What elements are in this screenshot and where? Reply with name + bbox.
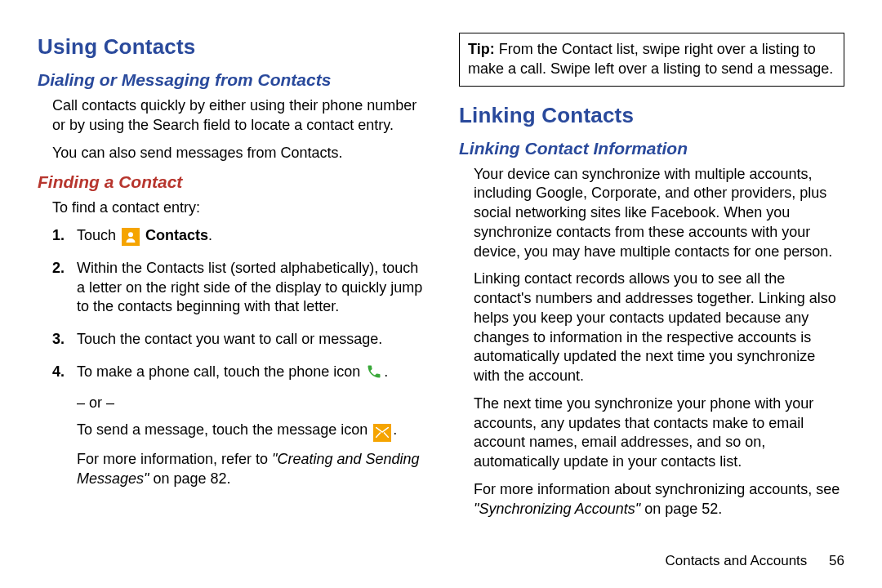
tip-box: Tip: From the Contact list, swipe right … xyxy=(459,33,844,87)
step-1-text-b: Contacts xyxy=(141,227,208,243)
step-1-text-a: Touch xyxy=(77,227,120,243)
contacts-icon xyxy=(122,228,140,246)
step-2-text: Within the Contacts list (sorted alphabe… xyxy=(77,260,422,315)
para-sync-accounts: Your device can synchronize with multipl… xyxy=(474,165,844,262)
step-number: 1. xyxy=(52,226,65,246)
step-4-text-b: . xyxy=(384,363,388,380)
step-4-or: – or – xyxy=(77,394,423,413)
subheading-linking-info: Linking Contact Information xyxy=(459,137,844,160)
tip-body: From the Contact list, swipe right over … xyxy=(468,41,833,77)
para-to-find: To find a contact entry: xyxy=(52,198,423,218)
subheading-finding-contact: Finding a Contact xyxy=(38,171,423,194)
subheading-dialing-messaging: Dialing or Messaging from Contacts xyxy=(38,69,423,91)
heading-using-contacts: Using Contacts xyxy=(38,33,423,60)
tip-label: Tip: xyxy=(468,41,495,57)
right-column: Tip: From the Contact list, swipe right … xyxy=(459,33,844,527)
svg-point-0 xyxy=(128,232,133,237)
step-2: 2. Within the Contacts list (sorted alph… xyxy=(52,259,423,317)
footer-section: Contacts and Accounts xyxy=(665,553,807,568)
step-4: 4. To make a phone call, touch the phone… xyxy=(52,363,423,489)
para-next-sync: The next time you synchronize your phone… xyxy=(474,394,844,472)
left-column: Using Contacts Dialing or Messaging from… xyxy=(38,33,423,527)
more-info-b: "Synchronizing Accounts" xyxy=(474,501,640,517)
heading-linking-contacts: Linking Contacts xyxy=(459,101,844,129)
page-footer: Contacts and Accounts 56 xyxy=(665,552,844,570)
step-4-ref-a: For more information, refer to xyxy=(77,451,272,467)
step-3: 3. Touch the contact you want to call or… xyxy=(52,330,423,350)
para-send-messages: You can also send messages from Contacts… xyxy=(52,144,423,163)
para-call-quickly: Call contacts quickly by either using th… xyxy=(52,96,423,136)
step-4-text-a: To make a phone call, touch the phone ic… xyxy=(77,363,364,380)
step-1-text-c: . xyxy=(208,227,212,243)
step-4-text-d: . xyxy=(393,421,397,438)
footer-page-number: 56 xyxy=(829,553,844,568)
para-linking-records: Linking contact records allows you to se… xyxy=(474,270,844,386)
step-number: 4. xyxy=(52,363,65,382)
manual-page: Using Contacts Dialing or Messaging from… xyxy=(0,0,882,543)
steps-list: 1. Touch Contacts. 2. Within the Contact… xyxy=(52,226,423,489)
step-4-text-c: To send a message, touch the message ico… xyxy=(77,421,372,438)
more-info-a: For more information about synchronizing… xyxy=(474,481,840,497)
step-number: 2. xyxy=(52,259,65,278)
step-number: 3. xyxy=(52,330,65,350)
more-info-c: on page 52. xyxy=(640,501,722,517)
step-3-text: Touch the contact you want to call or me… xyxy=(77,331,382,347)
message-icon xyxy=(373,424,391,442)
phone-icon xyxy=(366,363,382,385)
para-more-info: For more information about synchronizing… xyxy=(474,480,844,519)
step-1: 1. Touch Contacts. xyxy=(52,226,423,246)
step-4-ref-c: on page 82. xyxy=(149,470,230,487)
